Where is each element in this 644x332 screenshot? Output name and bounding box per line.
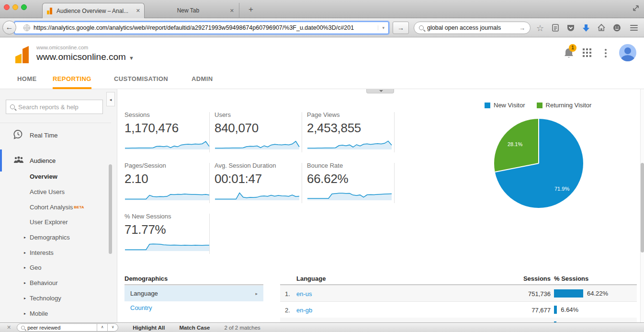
highlight-all-button[interactable]: Highlight All <box>133 325 165 331</box>
home-icon[interactable] <box>597 23 606 33</box>
zoom-window-button[interactable] <box>21 4 27 10</box>
metric-card-pages-session: Pages/Session 2.10 <box>124 162 211 201</box>
sidebar-item-active-users[interactable]: Active Users <box>0 184 111 200</box>
sidebar: ◂ Real Time Audience Overview <box>0 89 117 322</box>
tab-home[interactable]: HOME <box>17 69 37 89</box>
language-table: Language Sessions % Sessions 1. en-us 75… <box>280 89 637 322</box>
pct-sessions-bar <box>554 306 557 314</box>
sidebar-item-demographics[interactable]: ▸Demographics <box>0 230 111 245</box>
sidebar-item-interests[interactable]: ▸Interests <box>0 245 111 260</box>
analytics-logo <box>14 45 31 66</box>
demographics-country-link[interactable]: Country <box>130 304 152 311</box>
tab-reporting[interactable]: REPORTING <box>53 69 91 89</box>
expand-arrow-icon: ▸ <box>24 235 26 240</box>
find-input[interactable] <box>27 325 97 331</box>
metric-value: 71.77% <box>124 222 211 237</box>
more-options-icon[interactable] <box>605 47 607 59</box>
language-link[interactable]: en-us <box>296 290 312 298</box>
metric-label: Sessions <box>124 111 211 118</box>
expand-arrow-icon: ▸ <box>24 265 26 270</box>
sidebar-item-real-time[interactable]: Real Time <box>0 125 111 146</box>
analytics-nav: HOME REPORTING CUSTOMISATION ADMIN <box>0 69 644 89</box>
close-window-button[interactable] <box>4 4 10 10</box>
downloads-icon[interactable] <box>581 23 591 33</box>
column-header-pct-sessions[interactable]: % Sessions <box>554 275 588 282</box>
scrollbar-thumb[interactable] <box>641 163 644 252</box>
fullscreen-icon[interactable] <box>632 4 640 12</box>
sidebar-item-technology[interactable]: ▸Technology <box>0 291 111 306</box>
sparkline-chart <box>124 139 210 150</box>
metric-label: Pages/Session <box>124 162 211 169</box>
table-row-partial <box>280 318 637 322</box>
pocket-icon[interactable] <box>566 23 576 33</box>
sidebar-item-cohort-analysis[interactable]: Cohort AnalysisBETA <box>0 199 111 215</box>
find-next-button[interactable]: ∨ <box>107 323 118 332</box>
sidebar-item-behaviour[interactable]: ▸Behaviour <box>0 275 111 291</box>
sidebar-collapse-button[interactable]: ◂ <box>106 92 115 106</box>
sidebar-item-audience[interactable]: Audience <box>0 150 111 171</box>
close-find-bar-icon[interactable]: ✕ <box>7 324 11 331</box>
url-input[interactable] <box>34 24 378 31</box>
pct-sessions-value: 6.64% <box>561 306 578 313</box>
column-header-sessions[interactable]: Sessions <box>523 275 551 282</box>
divider <box>0 123 111 123</box>
find-bar: ✕ ∧ ∨ Highlight All Match Case 2 of 2 ma… <box>0 322 644 332</box>
audience-icon <box>13 156 23 166</box>
hello-chat-icon[interactable] <box>612 23 621 33</box>
avatar[interactable] <box>619 44 636 61</box>
search-go-icon[interactable]: → <box>519 24 525 32</box>
find-field[interactable]: ∧ ∨ <box>17 323 118 332</box>
analytics-header: www.omicsonline.com www.omicsonline.com▼… <box>0 37 644 69</box>
sparkline-chart <box>124 241 210 252</box>
web-search-input[interactable] <box>427 24 519 31</box>
account-name: www.omicsonline.com <box>36 45 88 50</box>
apps-grid-icon[interactable] <box>583 48 591 57</box>
close-tab-icon[interactable]: ✕ <box>230 8 234 14</box>
reading-list-icon[interactable] <box>551 23 560 33</box>
tab-audience-overview[interactable]: Audience Overview – Anal... ✕ <box>42 3 145 18</box>
site-identity-icon[interactable] <box>23 24 30 31</box>
sidebar-item-geo[interactable]: ▸Geo <box>0 260 111 275</box>
match-case-button[interactable]: Match Case <box>180 325 210 331</box>
tab-title: New Tab <box>149 7 227 14</box>
divider <box>280 285 637 285</box>
tab-customisation[interactable]: CUSTOMISATION <box>114 69 168 89</box>
sidebar-item-overview[interactable]: Overview <box>0 169 111 184</box>
metric-label: % New Sessions <box>124 213 211 220</box>
divider <box>209 112 210 152</box>
demographics-language-row[interactable]: Language ▸ <box>124 286 263 301</box>
back-button[interactable]: ← <box>2 21 16 34</box>
chevron-right-icon: ▸ <box>255 291 258 296</box>
language-link[interactable]: en-gb <box>296 307 312 314</box>
sidebar-item-mobile[interactable]: ▸Mobile <box>0 306 111 321</box>
menu-icon[interactable] <box>629 23 639 33</box>
tab-admin[interactable]: ADMIN <box>192 69 213 89</box>
divider <box>209 214 210 254</box>
sidebar-search-input[interactable] <box>18 103 102 111</box>
table-row: 2. en-gb 77,677 6.64% <box>280 302 637 318</box>
property-selector[interactable]: www.omicsonline.com▼ <box>36 52 134 62</box>
close-tab-icon[interactable]: ✕ <box>136 8 140 14</box>
search-icon <box>10 104 15 109</box>
pct-sessions-value: 64.22% <box>587 290 608 297</box>
url-dropdown-icon[interactable]: ▾ <box>378 25 388 30</box>
minimize-window-button[interactable] <box>12 4 18 10</box>
sparkline-chart <box>124 190 210 201</box>
real-time-icon <box>13 129 23 141</box>
find-previous-button[interactable]: ∧ <box>97 323 107 332</box>
collapse-panel-button[interactable] <box>366 89 394 93</box>
new-tab-button[interactable]: + <box>245 5 257 14</box>
tab-new-tab[interactable]: New Tab ✕ <box>145 3 239 18</box>
row-rank: 1. <box>285 290 290 298</box>
expand-arrow-icon: ▸ <box>24 311 26 316</box>
sidebar-item-user-explorer[interactable]: User Explorer <box>0 215 111 230</box>
bookmark-star-icon[interactable]: ☆ <box>535 23 545 33</box>
url-bar[interactable]: ▾ <box>14 22 389 34</box>
search-bar[interactable]: → <box>414 22 531 34</box>
sidebar-scrollbar[interactable] <box>109 164 112 254</box>
demographics-title: Demographics <box>124 275 168 282</box>
sidebar-search-box[interactable] <box>6 100 103 114</box>
go-button[interactable]: → <box>393 22 409 34</box>
notification-badge: 1 <box>569 44 576 52</box>
column-header-language[interactable]: Language <box>296 275 326 282</box>
